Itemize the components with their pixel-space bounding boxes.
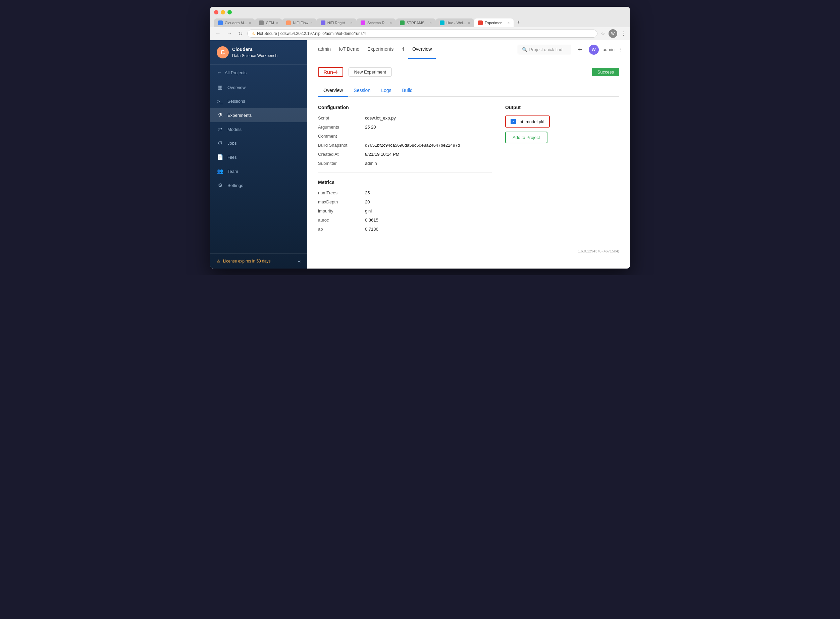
sidebar-logo: C Cloudera Data Science Workbench xyxy=(210,40,307,65)
breadcrumb-admin[interactable]: admin xyxy=(314,40,335,59)
browser-tab-tab8[interactable]: Experimen...× xyxy=(474,18,513,27)
browser-tab-tab6[interactable]: STREAMS...× xyxy=(396,18,436,27)
detail-label: Arguments xyxy=(318,124,365,130)
sidebar-item-sessions[interactable]: >_Sessions xyxy=(210,94,307,108)
user-label[interactable]: admin xyxy=(603,47,615,52)
models-icon: ⇄ xyxy=(217,126,224,132)
status-badge: Success xyxy=(592,68,619,76)
search-icon: 🔍 xyxy=(522,47,527,52)
detail-label: Build Snapshot xyxy=(318,143,365,148)
main-content: adminIoT DemoExperiments4Overview 🔍 Proj… xyxy=(307,40,630,269)
breadcrumb-run4[interactable]: 4 xyxy=(397,40,408,59)
sidebar-item-team[interactable]: 👥Team xyxy=(210,164,307,178)
close-button[interactable] xyxy=(214,10,218,15)
logo-text: Cloudera Data Science Workbench xyxy=(232,46,278,58)
app-container: C Cloudera Data Science Workbench ← All … xyxy=(210,40,630,269)
new-experiment-button[interactable]: New Experiment xyxy=(349,67,392,76)
menu-icon[interactable]: ⋮ xyxy=(621,31,626,37)
settings-icon: ⚙ xyxy=(217,182,224,188)
files-icon: 📄 xyxy=(217,154,224,160)
forward-button[interactable]: → xyxy=(225,30,233,37)
detail-label: Submitter xyxy=(318,161,365,166)
tab-close-icon[interactable]: × xyxy=(276,21,278,25)
detail-value: d7651bf2c94ca5696da58c50e8a24647be22497d xyxy=(365,143,460,148)
license-warning: License expires in 58 days xyxy=(223,259,270,263)
sidebar-item-models[interactable]: ⇄Models xyxy=(210,122,307,136)
metric-label: maxDepth xyxy=(318,199,365,205)
address-bar[interactable]: ⚠ Not Secure | cdsw.54.202.2.197.nip.io/… xyxy=(247,30,597,37)
app-header: adminIoT DemoExperiments4Overview 🔍 Proj… xyxy=(307,40,630,59)
detail-row: Submitteradmin xyxy=(318,161,492,166)
overview-icon: ▦ xyxy=(217,84,224,90)
back-button[interactable]: ← xyxy=(214,30,222,37)
detail-row: Build Snapshotd7651bf2c94ca5696da58c50e8… xyxy=(318,143,492,148)
maximize-button[interactable] xyxy=(227,10,232,15)
tab-session[interactable]: Session xyxy=(348,85,376,97)
search-box[interactable]: 🔍 Project quick find xyxy=(518,45,571,54)
metric-value: gini xyxy=(365,208,372,214)
tab-build[interactable]: Build xyxy=(397,85,418,97)
browser-tab-tab4[interactable]: NiFi Regist...× xyxy=(317,18,357,27)
browser-tab-tab5[interactable]: Schema R...× xyxy=(357,18,396,27)
tab-label: Hue - Wel... xyxy=(446,21,466,25)
sidebar-item-files[interactable]: 📄Files xyxy=(210,150,307,164)
tab-close-icon[interactable]: × xyxy=(249,21,251,25)
tab-close-icon[interactable]: × xyxy=(310,21,312,25)
sidebar-nav: ▦Overview>_Sessions⚗Experiments⇄Models⏱J… xyxy=(210,80,307,253)
configuration-title: Configuration xyxy=(318,105,492,110)
browser-tab-tab2[interactable]: CEM× xyxy=(255,18,282,27)
detail-label: Script xyxy=(318,115,365,121)
browser-tab-tab1[interactable]: Cloudera M...× xyxy=(214,18,255,27)
metrics-rows: numTrees25maxDepth20impurityginiauroc0.8… xyxy=(318,190,492,232)
sidebar-item-overview[interactable]: ▦Overview xyxy=(210,80,307,94)
browser-tab-tab7[interactable]: Hue - Wel...× xyxy=(436,18,474,27)
sidebar-item-jobs[interactable]: ⏱Jobs xyxy=(210,136,307,150)
user-avatar[interactable]: W xyxy=(589,45,599,55)
tab-close-icon[interactable]: × xyxy=(351,21,352,25)
sidebar-item-label-models: Models xyxy=(227,127,242,132)
sidebar-item-settings[interactable]: ⚙Settings xyxy=(210,178,307,192)
back-to-projects[interactable]: ← All Projects xyxy=(210,65,307,80)
add-to-project-button[interactable]: Add to Project xyxy=(505,132,548,144)
sidebar-item-label-files: Files xyxy=(227,155,237,160)
collapse-sidebar-button[interactable]: « xyxy=(298,259,301,264)
sidebar-item-label-overview: Overview xyxy=(227,85,246,90)
tab-close-icon[interactable]: × xyxy=(430,21,431,25)
breadcrumb-experiments[interactable]: Experiments xyxy=(363,40,397,59)
sidebar-item-label-settings: Settings xyxy=(227,183,243,188)
tabs: OverviewSessionLogsBuild xyxy=(318,85,619,97)
breadcrumb-iot-demo[interactable]: IoT Demo xyxy=(335,40,363,59)
add-tab-button[interactable]: + xyxy=(513,17,523,27)
tab-bar: Cloudera M...×CEM×NiFi Flow×NiFi Regist.… xyxy=(214,17,626,27)
breadcrumb-overview[interactable]: Overview xyxy=(408,40,436,59)
grid-icon[interactable]: ⁝ xyxy=(619,45,623,55)
jobs-icon: ⏱ xyxy=(217,140,224,146)
sidebar-item-label-team: Team xyxy=(227,169,238,174)
browser-tab-tab3[interactable]: NiFi Flow× xyxy=(282,18,316,27)
metric-row: numTrees25 xyxy=(318,190,492,195)
output-title: Output xyxy=(505,105,619,110)
metric-row: impuritygini xyxy=(318,208,492,214)
version-label: 1.6.0.1294376 (46715e4) xyxy=(318,249,619,253)
reload-button[interactable]: ↻ xyxy=(237,30,244,37)
sidebar-item-experiments[interactable]: ⚗Experiments xyxy=(210,108,307,122)
tab-close-icon[interactable]: × xyxy=(390,21,392,25)
configuration-rows: Scriptcdsw.iot_exp.pyArguments25 20Comme… xyxy=(318,115,492,166)
tab-close-icon[interactable]: × xyxy=(468,21,470,25)
browser-titlebar: Cloudera M...×CEM×NiFi Flow×NiFi Regist.… xyxy=(210,7,630,27)
detail-value: admin xyxy=(365,161,377,166)
tab-logs[interactable]: Logs xyxy=(376,85,397,97)
minimize-button[interactable] xyxy=(221,10,225,15)
bookmark-icon[interactable]: ☆ xyxy=(601,31,605,36)
file-name: iot_model.pkl xyxy=(519,119,545,124)
warning-icon: ⚠ xyxy=(217,259,221,263)
browser-window: Cloudera M...×CEM×NiFi Flow×NiFi Regist.… xyxy=(210,7,630,269)
add-button[interactable]: + xyxy=(575,45,585,54)
profile-button[interactable]: W xyxy=(609,29,617,38)
metric-row: ap0.7186 xyxy=(318,227,492,232)
tab-close-icon[interactable]: × xyxy=(507,21,510,25)
left-panel: Configuration Scriptcdsw.iot_exp.pyArgum… xyxy=(318,105,492,236)
detail-label: Comment xyxy=(318,134,365,139)
tab-overview[interactable]: Overview xyxy=(318,85,348,97)
tab-label: NiFi Regist... xyxy=(327,21,349,25)
